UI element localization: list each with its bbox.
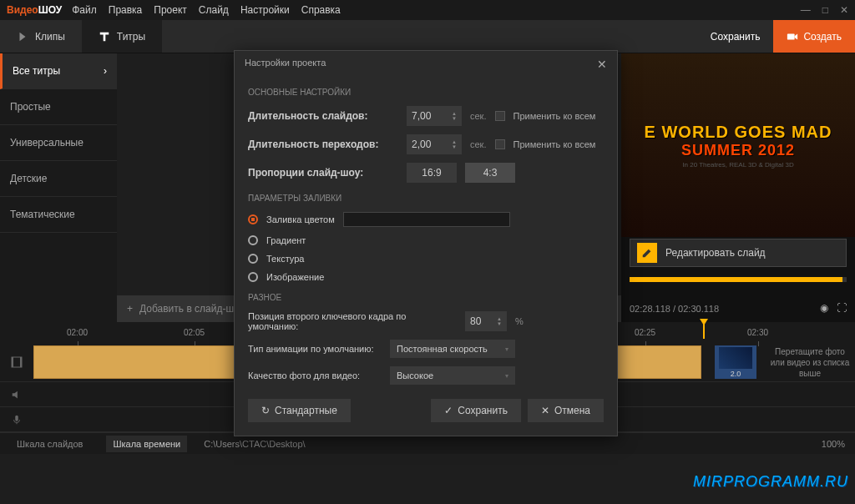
dialog-titlebar[interactable]: Настройки проекта ✕ <box>235 51 617 78</box>
create-button[interactable]: Создать <box>773 20 855 53</box>
fullscreen-icon[interactable]: ⛶ <box>837 302 847 314</box>
preview-scrubber[interactable] <box>630 277 847 282</box>
menu-slide[interactable]: Слайд <box>199 4 229 16</box>
unit-sec: сек. <box>470 139 487 149</box>
gradient-radio[interactable] <box>248 235 258 245</box>
image-label: Изображение <box>266 272 324 282</box>
section-misc: РАЗНОЕ <box>248 286 604 307</box>
menu-settings[interactable]: Настройки <box>240 4 290 16</box>
snapshot-icon[interactable]: ◉ <box>820 302 828 314</box>
dialog-cancel-button[interactable]: ✕ Отмена <box>528 399 604 422</box>
menu-edit[interactable]: Правка <box>109 4 143 16</box>
text-icon <box>99 31 110 43</box>
menu-help[interactable]: Справка <box>301 4 341 16</box>
edit-slide-label: Редактировать слайд <box>665 247 766 259</box>
close-icon[interactable]: ✕ <box>840 4 848 16</box>
minimize-icon[interactable]: — <box>801 4 811 16</box>
preview-viewport: E WORLD GOES MAD SUMMER 2012 In 20 Theat… <box>621 53 855 237</box>
ratio-4-3-button[interactable]: 4:3 <box>465 163 515 183</box>
dialog-close-button[interactable]: ✕ <box>597 58 607 71</box>
ratio-16-9-button[interactable]: 16:9 <box>407 163 457 183</box>
apply-all-label: Применить ко всем <box>514 111 596 121</box>
fill-color-swatch[interactable] <box>343 212 510 227</box>
add-label: Добавить в слайд-ш <box>139 303 234 315</box>
status-path: C:\Users\CTAC\Desktop\ <box>204 439 305 449</box>
clip-duration-label: 2.0 <box>731 370 741 378</box>
transition-duration-input[interactable]: 2,00▲▼ <box>407 134 462 154</box>
create-label: Создать <box>803 31 842 43</box>
unit-sec: сек. <box>470 111 487 121</box>
photo-quality-dropdown[interactable]: Высокое <box>390 366 515 385</box>
plus-icon: + <box>127 303 133 315</box>
svg-rect-2 <box>12 357 13 367</box>
drop-hint: Перетащите фото или видео из списка выше <box>768 345 852 379</box>
camera-icon <box>787 31 798 43</box>
gradient-label: Градиент <box>266 235 306 245</box>
ruler-mark: 02:00 <box>67 328 88 337</box>
window-controls: — □ ✕ <box>801 4 848 16</box>
svg-rect-3 <box>20 357 22 367</box>
menu-file[interactable]: Файл <box>72 4 97 16</box>
status-tab-time[interactable]: Шкала времени <box>106 436 187 452</box>
app-logo: ВидеоШОУ <box>7 4 62 16</box>
svg-rect-0 <box>787 33 795 39</box>
preview-title-1: E WORLD GOES MAD <box>645 123 832 142</box>
keyframe-input[interactable]: 80▲▼ <box>465 311 507 331</box>
dialog-title-label: Настройки проекта <box>245 58 326 71</box>
dialog-save-button[interactable]: ✓ Сохранить <box>431 399 521 422</box>
ruler-mark: 02:05 <box>184 328 205 337</box>
aspect-label: Пропорции слайд-шоу: <box>248 167 398 179</box>
speaker-icon <box>0 389 33 401</box>
edit-slide-button[interactable]: Редактировать слайд <box>630 239 847 267</box>
ruler-mark: 02:25 <box>635 328 655 337</box>
sidebar-item-all[interactable]: Все титры› <box>0 53 117 89</box>
tab-clips[interactable]: Клипы <box>0 20 82 53</box>
anim-type-dropdown[interactable]: Постоянная скорость <box>390 340 515 358</box>
sidebar-item-thematic[interactable]: Тематические <box>0 197 117 233</box>
fill-color-label: Заливка цветом <box>266 214 335 224</box>
section-basic: ОСНОВНЫЕ НАСТРОЙКИ <box>248 81 604 102</box>
svg-rect-4 <box>15 415 18 421</box>
preview-subtitle: In 20 Theatres, REAL 3D & Digital 3D <box>682 161 793 169</box>
unit-percent: % <box>515 316 524 326</box>
timeline-clip-thumb[interactable]: 2.0 <box>715 345 756 379</box>
refresh-icon: ↻ <box>261 405 270 416</box>
slide-duration-input[interactable]: 7,00▲▼ <box>407 106 462 126</box>
texture-label: Текстура <box>266 254 304 264</box>
sidebar-item-label: Все титры <box>13 65 60 77</box>
sidebar-item-simple[interactable]: Простые <box>0 89 117 125</box>
sidebar: Все титры› Простые Универсальные Детские… <box>0 53 117 322</box>
pencil-icon <box>637 243 657 263</box>
section-fill: ПАРАМЕТРЫ ЗАЛИВКИ <box>248 187 604 208</box>
sidebar-item-universal[interactable]: Универсальные <box>0 125 117 161</box>
chevron-right-icon: › <box>104 65 107 77</box>
photo-quality-label: Качество фото для видео: <box>248 370 382 381</box>
maximize-icon[interactable]: □ <box>822 4 828 16</box>
project-settings-dialog: Настройки проекта ✕ ОСНОВНЫЕ НАСТРОЙКИ Д… <box>234 50 618 436</box>
apply-all-slides-checkbox[interactable] <box>495 111 505 121</box>
fill-color-radio[interactable] <box>248 214 258 224</box>
preview-title-2: SUMMER 2012 <box>681 142 795 159</box>
zoom-level[interactable]: 100% <box>822 439 845 449</box>
preview-panel: E WORLD GOES MAD SUMMER 2012 In 20 Theat… <box>621 53 855 322</box>
sidebar-item-kids[interactable]: Детские <box>0 161 117 197</box>
x-icon: ✕ <box>541 405 549 416</box>
preview-timecode: 02:28.118 / 02:30.118 <box>630 304 719 314</box>
play-icon <box>17 31 28 43</box>
menubar: Файл Правка Проект Слайд Настройки Справ… <box>72 4 801 16</box>
mic-icon <box>0 414 33 426</box>
transition-duration-label: Длительность переходов: <box>248 139 398 150</box>
texture-radio[interactable] <box>248 254 258 264</box>
menu-project[interactable]: Проект <box>154 4 187 16</box>
apply-all-transitions-checkbox[interactable] <box>495 139 505 149</box>
titlebar: ВидеоШОУ Файл Правка Проект Слайд Настро… <box>0 0 855 20</box>
anim-type-label: Тип анимации по умолчанию: <box>248 344 382 354</box>
status-tab-slides[interactable]: Шкала слайдов <box>10 436 89 452</box>
ruler-mark: 02:30 <box>747 328 768 337</box>
toolbar: Клипы Титры Сохранить Создать <box>0 20 855 53</box>
defaults-button[interactable]: ↻ Стандартные <box>248 399 351 422</box>
save-button[interactable]: Сохранить <box>697 20 774 53</box>
image-radio[interactable] <box>248 272 258 282</box>
tab-titles[interactable]: Титры <box>82 20 162 53</box>
playhead[interactable] <box>703 322 705 339</box>
